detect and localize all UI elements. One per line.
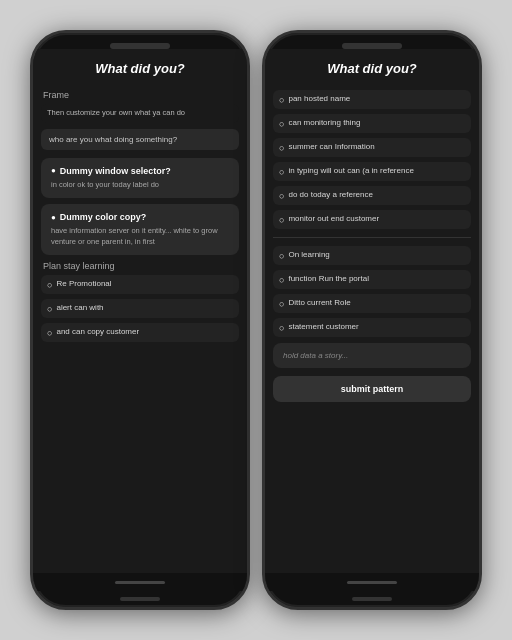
- phone-left-header: What did you?: [41, 57, 239, 80]
- phone-right-screen: What did you? ○ pan hosted name ○ can mo…: [265, 49, 479, 573]
- list-icon-rb0: ○: [279, 251, 284, 261]
- question2-block: Dummy color copy? have information serve…: [41, 204, 239, 255]
- list-icon-r1: ○: [279, 119, 284, 129]
- list-icon-r4: ○: [279, 191, 284, 201]
- list-text-r2: summer can Information: [288, 142, 374, 152]
- list-item-r3[interactable]: ○ in typing will out can (a in reference: [273, 162, 471, 181]
- list-icon-r5: ○: [279, 215, 284, 225]
- list-item-rb0[interactable]: ○ On learning: [273, 246, 471, 265]
- list-text-0: Re Promotional: [56, 279, 111, 289]
- list-icon-r3: ○: [279, 167, 284, 177]
- list-item-r5[interactable]: ○ monitor out end customer: [273, 210, 471, 229]
- list-icon-0: ○: [47, 280, 52, 290]
- question1-title: Dummy window selector?: [51, 166, 229, 176]
- list-item[interactable]: ○ Re Promotional: [41, 275, 239, 294]
- list-text-2: and can copy customer: [56, 327, 139, 337]
- list-text-r5: monitor out end customer: [288, 214, 379, 224]
- list-icon-rb2: ○: [279, 299, 284, 309]
- list-text-rb0: On learning: [288, 250, 329, 260]
- list-text-r3: in typing will out can (a in reference: [288, 166, 413, 176]
- list-item-r2[interactable]: ○ summer can Information: [273, 138, 471, 157]
- section2-label: Plan stay learning: [41, 261, 239, 271]
- list-icon-2: ○: [47, 328, 52, 338]
- list-icon-rb3: ○: [279, 323, 284, 333]
- submit-button-right[interactable]: submit pattern: [273, 376, 471, 402]
- list-text-r0: pan hosted name: [288, 94, 350, 104]
- list-item-r1[interactable]: ○ can monitoring thing: [273, 114, 471, 133]
- list-item-r4[interactable]: ○ do do today a reference: [273, 186, 471, 205]
- question2-text: have information server on it entity... …: [51, 226, 229, 247]
- divider: [273, 237, 471, 238]
- question2-title: Dummy color copy?: [51, 212, 229, 222]
- question1-text: in color ok to your today label do: [51, 180, 229, 191]
- phone-left: What did you? Frame Then customize your …: [30, 30, 250, 610]
- list-item-rb1[interactable]: ○ function Run the portal: [273, 270, 471, 289]
- list-text-1: alert can with: [56, 303, 103, 313]
- phone-left-screen: What did you? Frame Then customize your …: [33, 49, 247, 573]
- list-icon-r0: ○: [279, 95, 284, 105]
- bottom-input-right[interactable]: hold data a story...: [273, 343, 471, 368]
- list-text-rb3: statement customer: [288, 322, 358, 332]
- list-icon-1: ○: [47, 304, 52, 314]
- list-icon-r2: ○: [279, 143, 284, 153]
- list-item-rb2[interactable]: ○ Ditto current Role: [273, 294, 471, 313]
- phone-right-bottom-bar: [265, 573, 479, 591]
- list-text-r4: do do today a reference: [288, 190, 373, 200]
- list-item[interactable]: ○ and can copy customer: [41, 323, 239, 342]
- phone-right: What did you? ○ pan hosted name ○ can mo…: [262, 30, 482, 610]
- list-item-r0[interactable]: ○ pan hosted name: [273, 90, 471, 109]
- question1-block: Dummy window selector? in color ok to yo…: [41, 158, 239, 199]
- list-text-r1: can monitoring thing: [288, 118, 360, 128]
- input-placeholder-left[interactable]: who are you what doing something?: [41, 129, 239, 150]
- phone-left-bottom-bar: [33, 573, 247, 591]
- list-item-rb3[interactable]: ○ statement customer: [273, 318, 471, 337]
- list-icon-rb1: ○: [279, 275, 284, 285]
- section1-text: Then customize your own what ya can do: [41, 104, 239, 123]
- section1-label: Frame: [41, 90, 239, 100]
- list-text-rb2: Ditto current Role: [288, 298, 350, 308]
- list-item[interactable]: ○ alert can with: [41, 299, 239, 318]
- list-text-rb1: function Run the portal: [288, 274, 369, 284]
- phone-right-header: What did you?: [273, 57, 471, 80]
